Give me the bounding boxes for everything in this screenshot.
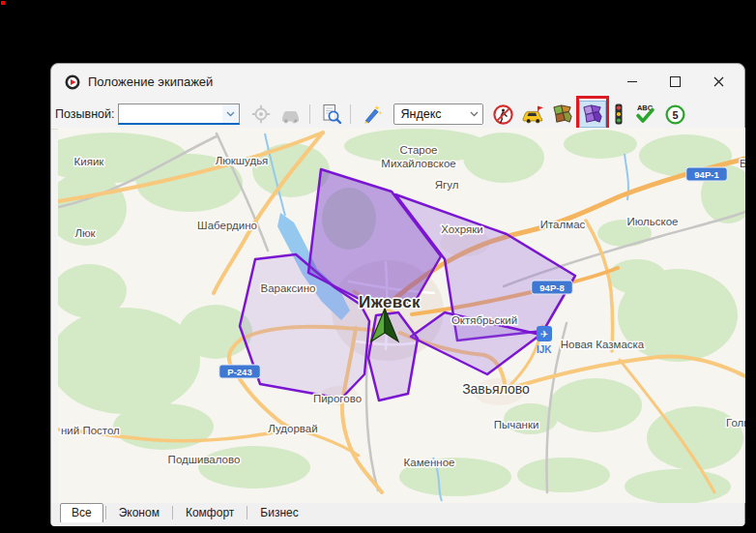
districts-map-icon <box>552 104 574 126</box>
tab-Эконом[interactable]: Эконом <box>108 504 170 522</box>
maximize-icon <box>670 76 681 87</box>
map-label: Новая Казмаска <box>561 339 645 350</box>
map-label: Вараксино <box>261 282 316 294</box>
locate-crew-button[interactable] <box>247 101 275 128</box>
magic-pencil-icon <box>361 103 384 126</box>
desktop-red-marker <box>1 1 5 5</box>
print-preview-button[interactable] <box>318 101 345 128</box>
callsign-input[interactable] <box>119 106 222 122</box>
callsign-combobox[interactable] <box>118 104 240 125</box>
toolbar-separator <box>350 104 351 124</box>
gps-target-icon <box>250 104 272 125</box>
tariff-tabbar: ВсеЭкономКомфортБизнес <box>51 503 744 522</box>
tab-separator <box>105 506 106 519</box>
map-label: Б <box>740 158 745 169</box>
map-label: Кияик <box>74 156 105 167</box>
provider-dropdown-button[interactable] <box>466 104 482 124</box>
map-label: Старое <box>399 144 437 156</box>
map-label: Ягул <box>435 179 459 191</box>
forest-patch <box>608 259 666 294</box>
chevron-down-icon <box>470 111 479 117</box>
maximize-button[interactable] <box>654 64 697 100</box>
tab-separator <box>247 506 247 519</box>
map-label: Италмас <box>540 219 586 230</box>
tab-Бизнес[interactable]: Бизнес <box>249 504 308 522</box>
window-title: Положение экипажей <box>88 74 213 89</box>
map-label: Лудорвай <box>268 423 317 434</box>
spellcheck-button[interactable]: ABC <box>631 101 658 128</box>
tab-Комфорт[interactable]: Комфорт <box>175 504 245 522</box>
traffic-light-icon <box>612 103 625 126</box>
close-icon <box>713 76 724 87</box>
map-container: КияикЛюкшудьяСтароеМихайловскоеЯгулШабер… <box>58 128 745 503</box>
window-bottom-edge <box>51 522 744 526</box>
forest-patch <box>463 133 544 183</box>
traffic-button[interactable] <box>609 101 628 128</box>
map-label: Завьялово <box>462 381 530 397</box>
map-style-button[interactable] <box>359 101 386 128</box>
airplane-glyph: ✈ <box>540 329 548 340</box>
map-label: Люк <box>74 227 96 239</box>
forest-patch <box>549 378 642 432</box>
map-label: ний Постол <box>61 425 120 436</box>
map-label: Михайловское <box>381 158 455 169</box>
callsign-label: Позывной: <box>55 107 114 121</box>
no-pedestrian-button[interactable] <box>489 101 516 128</box>
minimize-icon <box>627 81 637 82</box>
minimize-button[interactable] <box>610 64 654 100</box>
map-provider-value: Яндекс <box>394 107 466 121</box>
follow-car-button[interactable] <box>277 101 305 128</box>
no-pedestrian-icon <box>492 104 514 126</box>
taxi-icon <box>521 103 545 127</box>
svg-text:5: 5 <box>672 108 678 120</box>
speed-limit-button[interactable]: 5 <box>661 101 688 128</box>
map-provider-combobox[interactable]: Яндекс <box>393 104 483 125</box>
map-label: Люкшудья <box>216 155 269 166</box>
tab-separator <box>172 506 173 519</box>
map-label: Хохряки <box>441 223 483 235</box>
forest-patch <box>113 403 214 450</box>
forest-patch <box>564 130 637 159</box>
map-label: Голь <box>726 417 745 429</box>
forest-patch <box>198 446 310 489</box>
titlebar[interactable]: Положение экипажей <box>51 64 744 100</box>
map-label: Каменное <box>404 457 455 468</box>
spellcheck-icon: ABC <box>633 103 656 126</box>
map-label: Июльское <box>626 216 678 227</box>
desktop: Положение экипажей Позывной: <box>0 0 756 533</box>
map-label: Октябрьский <box>451 314 517 326</box>
districts-purple-icon <box>582 104 604 126</box>
road-badge-label: 94Р-8 <box>539 282 564 293</box>
close-button[interactable] <box>697 64 741 100</box>
road-badge-label: 94Р-1 <box>694 169 719 180</box>
map-label: Ижевск <box>359 293 421 311</box>
airport-code: IJK <box>537 344 552 355</box>
speed-limit-5-icon: 5 <box>664 104 686 126</box>
tab-Все[interactable]: Все <box>60 503 103 523</box>
car-icon <box>279 103 303 126</box>
crew-position-window: Положение экипажей Позывной: <box>50 63 745 526</box>
map-label: Подшивалово <box>168 454 241 465</box>
map-label: Пирогово <box>313 393 362 404</box>
print-preview-icon <box>320 103 343 126</box>
forest-patch <box>517 458 610 492</box>
chevron-down-icon <box>226 111 235 117</box>
app-icon <box>65 74 80 90</box>
districts-purple-button[interactable] <box>579 101 606 128</box>
toolbar-separator <box>309 104 310 124</box>
map-canvas[interactable]: КияикЛюкшудьяСтароеМихайловскоеЯгулШабер… <box>58 128 745 503</box>
toolbar: Позывной: <box>51 100 744 130</box>
callsign-dropdown-button[interactable] <box>222 104 239 123</box>
map-label: Пычанки <box>494 419 539 430</box>
map-label: Шабердино <box>197 220 257 231</box>
taxi-button[interactable] <box>519 101 546 128</box>
road-badge-label: Р-243 <box>227 367 251 377</box>
districts-map-button[interactable] <box>549 101 576 128</box>
forest-patch <box>625 469 731 503</box>
